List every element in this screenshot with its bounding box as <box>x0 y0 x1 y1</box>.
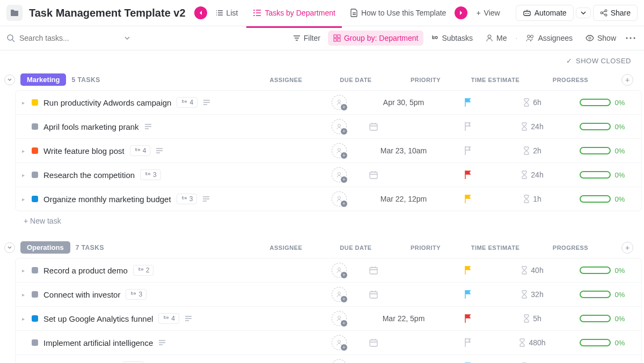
subtask-count-badge[interactable]: 2 <box>133 265 154 276</box>
assignee-placeholder[interactable] <box>332 311 347 326</box>
due-date-cell[interactable]: Mar 23, 10am <box>369 146 438 155</box>
subtasks-button[interactable]: Subtasks <box>426 31 478 46</box>
task-row[interactable]: ▸ Set up Google Analytics funnel 4 Mar 2… <box>16 307 641 331</box>
task-row[interactable]: April fools marketing prank 24h 0% <box>16 115 641 139</box>
due-date-cell[interactable]: Mar 22, 5pm <box>369 314 438 323</box>
automate-button[interactable]: Automate <box>516 5 574 21</box>
assignee-placeholder[interactable] <box>332 335 347 350</box>
progress-cell[interactable]: 0% <box>567 266 637 275</box>
page-title[interactable]: Task Management Template v2 <box>29 7 186 19</box>
col-assignee[interactable]: ASSIGNEE <box>257 245 316 251</box>
description-icon[interactable] <box>158 340 166 345</box>
expand-caret[interactable]: ▸ <box>22 316 26 322</box>
subtask-count-badge[interactable]: 3 <box>140 169 161 180</box>
col-due-date[interactable]: DUE DATE <box>321 77 391 83</box>
priority-cell[interactable] <box>438 146 497 155</box>
expand-caret[interactable]: ▸ <box>22 268 26 273</box>
assignee-placeholder[interactable] <box>332 143 347 158</box>
task-row[interactable]: ▸ Organize monthly marketing budget 3 Ma… <box>16 187 641 211</box>
share-button[interactable]: Share <box>593 5 638 21</box>
progress-cell[interactable]: 0% <box>567 171 637 179</box>
assignee-placeholder[interactable] <box>332 263 347 278</box>
subtask-count-badge[interactable]: 4 <box>158 313 179 324</box>
more-button[interactable] <box>624 34 638 42</box>
search-box[interactable] <box>6 34 130 42</box>
task-row[interactable]: Implement artificial intelligence 480h 0… <box>16 331 641 355</box>
assignee-placeholder[interactable] <box>332 287 347 302</box>
nav-next-button[interactable] <box>455 6 467 19</box>
progress-cell[interactable]: 0% <box>567 123 637 131</box>
progress-cell[interactable]: 0% <box>567 147 637 155</box>
expand-caret[interactable]: ▸ <box>22 292 26 298</box>
task-name[interactable]: Implement artificial intelligence <box>43 338 153 347</box>
task-row[interactable]: ▸ Record a product demo 2 40h 0% <box>16 258 641 283</box>
status-square[interactable] <box>32 147 38 154</box>
task-row[interactable]: ▸ Hire VP of marketing 4 Mar 26, 4pm 80h… <box>16 355 641 363</box>
assignees-button[interactable]: Assignees <box>521 31 578 46</box>
status-square[interactable] <box>32 123 38 130</box>
expand-caret[interactable]: ▸ <box>22 148 26 154</box>
new-task-button[interactable]: + New task <box>2 211 642 228</box>
description-icon[interactable] <box>185 316 192 321</box>
priority-cell[interactable] <box>438 290 497 299</box>
progress-cell[interactable]: 0% <box>567 195 637 203</box>
group-badge[interactable]: Marketing <box>20 73 66 86</box>
view-tab-tasks-by-department[interactable]: Tasks by Department <box>246 4 342 21</box>
task-row[interactable]: ▸ Research the competition 3 24h 0% <box>16 163 641 187</box>
description-icon[interactable] <box>202 196 210 202</box>
progress-cell[interactable]: 0% <box>567 291 637 299</box>
time-estimate-cell[interactable]: 2h <box>497 146 567 155</box>
task-row[interactable]: ▸ Run productivity Adwords campaign 4 Ap… <box>16 91 641 115</box>
priority-cell[interactable] <box>438 314 497 323</box>
col-progress[interactable]: PROGRESS <box>536 77 605 83</box>
col-time-estimate[interactable]: TIME ESTIMATE <box>460 245 530 251</box>
status-square[interactable] <box>32 291 38 298</box>
task-row[interactable]: ▸ Write feature blog post 4 Mar 23, 10am… <box>16 139 641 163</box>
task-name[interactable]: Research the competition <box>43 171 135 180</box>
task-name[interactable]: Set up Google Analytics funnel <box>43 314 153 323</box>
col-time-estimate[interactable]: TIME ESTIMATE <box>460 77 530 83</box>
subtask-count-badge[interactable]: 4 <box>177 97 197 108</box>
status-square[interactable] <box>32 267 38 273</box>
progress-cell[interactable]: 0% <box>567 339 637 347</box>
time-estimate-cell[interactable]: 6h <box>497 98 567 107</box>
expand-caret[interactable]: ▸ <box>22 196 26 202</box>
view-tab-how-to-use[interactable]: How to Use this Template <box>344 4 452 21</box>
task-name[interactable]: April fools marketing prank <box>43 122 139 131</box>
priority-cell[interactable] <box>438 170 497 180</box>
task-row[interactable]: ▸ Connect with investor 3 32h 0% <box>16 283 641 307</box>
add-column-button[interactable]: + <box>621 74 633 86</box>
show-closed-toggle[interactable]: ✓ SHOW CLOSED <box>0 50 644 69</box>
due-date-cell[interactable] <box>369 265 438 275</box>
time-estimate-cell[interactable]: 24h <box>497 122 567 131</box>
col-progress[interactable]: PROGRESS <box>536 245 605 251</box>
col-assignee[interactable]: ASSIGNEE <box>257 77 316 83</box>
priority-cell[interactable] <box>438 194 497 204</box>
due-date-cell[interactable] <box>369 122 438 131</box>
description-icon[interactable] <box>156 148 163 153</box>
filter-button[interactable]: Filter <box>288 31 326 46</box>
add-column-button[interactable]: + <box>621 242 633 254</box>
show-button[interactable]: Show <box>580 31 621 46</box>
task-name[interactable]: Record a product demo <box>43 266 128 275</box>
time-estimate-cell[interactable]: 40h <box>497 266 567 275</box>
time-estimate-cell[interactable]: 32h <box>497 290 567 299</box>
chevron-down-icon[interactable] <box>125 36 130 40</box>
time-estimate-cell[interactable]: 5h <box>497 314 567 323</box>
expand-caret[interactable]: ▸ <box>22 100 26 106</box>
description-icon[interactable] <box>144 124 152 129</box>
time-estimate-cell[interactable]: 480h <box>497 338 567 347</box>
assignee-placeholder[interactable] <box>332 119 347 134</box>
add-view-button[interactable]: + View <box>470 4 506 21</box>
due-date-cell[interactable] <box>369 170 438 180</box>
assignee-placeholder[interactable] <box>332 167 347 182</box>
assignee-placeholder[interactable] <box>332 191 347 206</box>
task-name[interactable]: Write feature blog post <box>43 146 125 155</box>
me-button[interactable]: Me <box>480 31 512 46</box>
subtask-count-badge[interactable]: 4 <box>130 145 151 156</box>
description-icon[interactable] <box>203 100 210 105</box>
automate-dropdown[interactable] <box>576 8 591 18</box>
task-name[interactable]: Run productivity Adwords campaign <box>43 98 171 107</box>
status-square[interactable] <box>32 99 38 106</box>
nav-prev-button[interactable] <box>194 6 207 19</box>
